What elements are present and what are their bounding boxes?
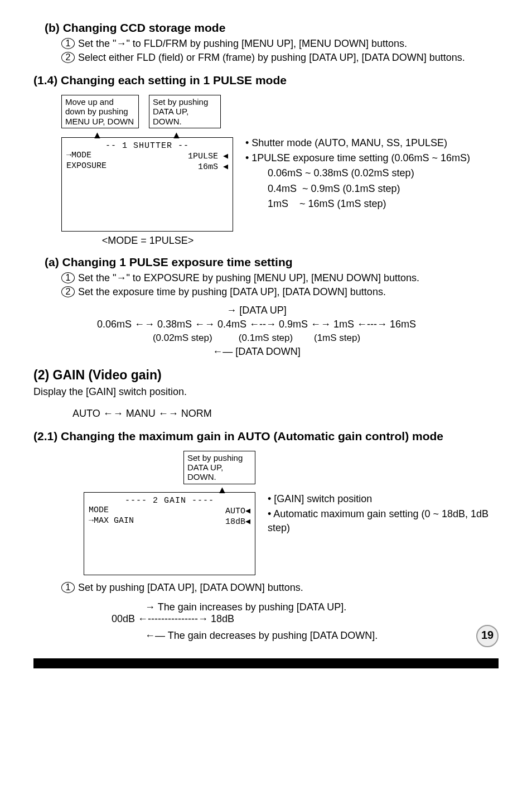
footer-bar <box>33 658 499 668</box>
num-1-icon: 1 <box>61 582 75 593</box>
label-data-updown: Set by pushing DATA UP, DOWN. <box>149 95 221 128</box>
label-data-updown-gain: Set by pushing DATA UP, DOWN. <box>183 451 255 484</box>
heading-2-1: (2.1) Changing the maximum gain in AUTO … <box>33 430 499 443</box>
label-menu-updown: Move up and down by pushing MENU UP, DOW… <box>61 95 139 128</box>
osd-screen-gain: ---- 2 GAIN ---- MODE AUTO◀ →MAX GAIN 18… <box>84 492 255 575</box>
step-gain-1: 1 Set by pushing [DATA UP], [DATA DOWN] … <box>61 582 499 594</box>
step-a2-text: Set the exposure time by pushing [DATA U… <box>78 286 386 298</box>
osd-gain-r2l: →MAX GAIN <box>89 516 134 526</box>
gain-modes: AUTO ←→ MANU ←→ NORM <box>72 408 499 420</box>
num-1-icon: 1 <box>61 272 75 283</box>
osd-screen-shutter: -- 1 SHUTTER -- →MODE 1PULSE ◀ EXPOSURE … <box>61 137 233 232</box>
step-b2: 2 Select either FLD (field) or FRM (fram… <box>61 52 499 64</box>
num-2-icon: 2 <box>61 52 75 63</box>
step-gain-1-text: Set by pushing [DATA UP], [DATA DOWN] bu… <box>78 582 303 594</box>
gain-annot-a1: • [GAIN] switch position <box>268 492 499 506</box>
caption-mode-1pulse: <MODE = 1PULSE> <box>61 235 234 247</box>
gain-range-diagram: → The gain increases by pushing [DATA UP… <box>112 601 499 647</box>
gain-down-label: ←— The gain decreases by pushing [DATA D… <box>145 630 378 642</box>
step-a1-text: Set the "→" to EXPOSURE by pushing [MENU… <box>78 272 419 284</box>
exposure-range: 0.06mS ←→ 0.38mS ←→ 0.4mS ←--→ 0.9mS ←→ … <box>89 319 424 330</box>
heading-2: (2) GAIN (Video gain) <box>33 368 499 383</box>
heading-1-4: (1.4) Changing each setting in 1 PULSE m… <box>33 74 499 87</box>
data-up-label: → [DATA UP] <box>89 305 424 316</box>
data-down-label: ←— [DATA DOWN] <box>89 346 424 358</box>
step-b1-text: Set the "→" to FLD/FRM by pushing [MENU … <box>78 38 407 50</box>
annot-right-gain: • [GAIN] switch position • Automatic max… <box>268 492 499 537</box>
osd-gain-title: ---- 2 GAIN ---- <box>89 496 250 505</box>
osd-row1-left: →MODE <box>66 151 91 160</box>
gain-up-label: → The gain increases by pushing [DATA UP… <box>145 601 499 613</box>
diagram-left-gain: Set by pushing DATA UP, DOWN. ▲ ---- 2 G… <box>84 451 255 575</box>
page-number-badge: 19 <box>476 625 499 647</box>
step-b2-text: Select either FLD (field) or FRM (frame)… <box>78 52 465 64</box>
num-1-icon: 1 <box>61 38 75 49</box>
annot-a2: • 1PULSE exposure time setting (0.06mS ~… <box>245 151 470 165</box>
diagram-1pulse: Move up and down by pushing MENU UP, DOW… <box>61 95 499 232</box>
gain-para: Display the [GAIN] switch position. <box>33 386 499 398</box>
heading-b: (b) Changing CCD storage mode <box>45 21 499 35</box>
osd-gain-r1l: MODE <box>89 505 109 515</box>
step-a1: 1 Set the "→" to EXPOSURE by pushing [ME… <box>61 272 499 284</box>
exposure-range-diagram: → [DATA UP] 0.06mS ←→ 0.38mS ←→ 0.4mS ←-… <box>89 305 424 358</box>
annot-r2: 0.4mS ~ 0.9mS (0.1mS step) <box>268 182 470 196</box>
osd-gain-r1r: AUTO◀ <box>225 505 250 516</box>
step-b1: 1 Set the "→" to FLD/FRM by pushing [MEN… <box>61 38 499 50</box>
exposure-steps: (0.02mS step) (0.1mS step) (1mS step) <box>89 333 424 344</box>
osd-row2-right: 16mS ◀ <box>198 161 228 172</box>
gain-annot-a2: • Automatic maximum gain setting (0 ~ 18… <box>268 507 499 535</box>
diagram-left: Move up and down by pushing MENU UP, DOW… <box>61 95 233 232</box>
osd-gain-r2r: 18dB◀ <box>225 516 250 527</box>
annot-a1: • Shutter mode (AUTO, MANU, SS, 1PULSE) <box>245 136 470 150</box>
num-2-icon: 2 <box>61 286 75 297</box>
diagram-gain: Set by pushing DATA UP, DOWN. ▲ ---- 2 G… <box>84 451 499 575</box>
osd-row2-left: EXPOSURE <box>66 161 107 171</box>
heading-a: (a) Changing 1 PULSE exposure time setti… <box>45 256 499 269</box>
osd-row1-right: 1PULSE ◀ <box>188 151 228 161</box>
osd-title: -- 1 SHUTTER -- <box>66 141 228 151</box>
annot-right-1: • Shutter mode (AUTO, MANU, SS, 1PULSE) … <box>245 136 470 212</box>
annot-r3: 1mS ~ 16mS (1mS step) <box>268 197 470 211</box>
step-a2: 2 Set the exposure time by pushing [DATA… <box>61 286 499 298</box>
gain-range: 00dB ←---------------→ 18dB <box>112 613 499 625</box>
annot-r1: 0.06mS ~ 0.38mS (0.02mS step) <box>268 166 470 180</box>
